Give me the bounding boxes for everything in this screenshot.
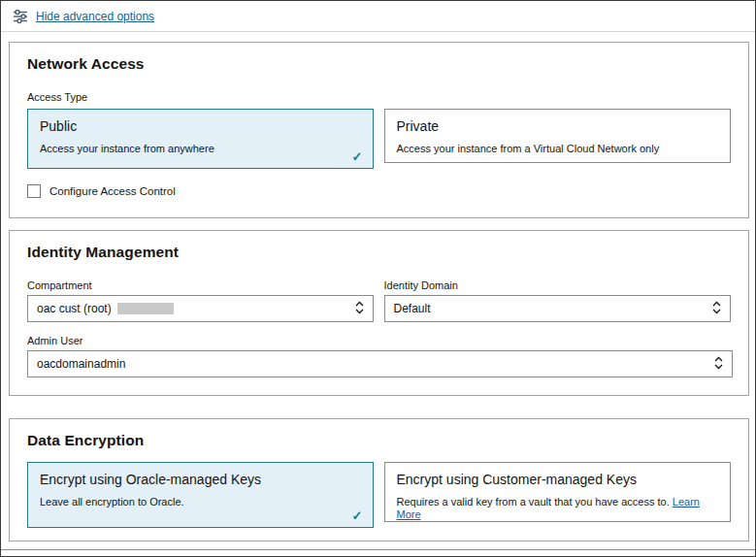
identity-labels-row: Compartment Identity Domain bbox=[27, 279, 731, 291]
selected-check-icon: ✓ bbox=[352, 149, 363, 164]
select-chevrons-icon bbox=[712, 301, 721, 317]
identity-domain-label: Identity Domain bbox=[384, 279, 732, 291]
access-type-public-tile[interactable]: Public Access your instance from anywher… bbox=[27, 109, 374, 169]
tile-title: Encrypt using Oracle-managed Keys bbox=[40, 472, 361, 487]
identity-management-section: Identity Management Compartment Identity… bbox=[9, 230, 749, 396]
identity-management-title: Identity Management bbox=[27, 244, 731, 261]
compartment-value: oac cust (root) bbox=[37, 302, 112, 315]
compartment-label: Compartment bbox=[27, 279, 374, 291]
topbar: Hide advanced options bbox=[13, 8, 154, 25]
encryption-oracle-managed-tile[interactable]: Encrypt using Oracle-managed Keys Leave … bbox=[27, 462, 374, 528]
data-encryption-title: Data Encryption bbox=[27, 432, 731, 449]
admin-user-select[interactable]: oacdomainadmin bbox=[27, 350, 733, 377]
data-encryption-section: Data Encryption Encrypt using Oracle-man… bbox=[9, 418, 749, 541]
tile-title: Public bbox=[40, 118, 361, 134]
access-type-tile-row: Public Access your instance from anywher… bbox=[27, 109, 731, 169]
identity-domain-select[interactable]: Default bbox=[384, 295, 732, 322]
tile-title: Private bbox=[397, 118, 719, 134]
admin-user-value-wrap: oacdomainadmin bbox=[37, 357, 125, 371]
sliders-icon bbox=[13, 9, 28, 24]
tile-description: Leave all encryption to Oracle. bbox=[40, 496, 361, 508]
hide-advanced-options-link[interactable]: Hide advanced options bbox=[36, 10, 154, 23]
bottom-divider bbox=[1, 549, 756, 550]
identity-selects-row: oac cust (root) Default bbox=[27, 295, 731, 322]
tile-description: Access your instance from a Virtual Clou… bbox=[397, 143, 719, 155]
tile-description: Access your instance from anywhere bbox=[40, 143, 361, 155]
access-type-label: Access Type bbox=[27, 91, 731, 103]
identity-domain-value: Default bbox=[394, 302, 431, 315]
tile-title: Encrypt using Customer-managed Keys bbox=[397, 472, 719, 487]
compartment-value-wrap: oac cust (root) bbox=[37, 302, 174, 315]
configure-access-control-checkbox[interactable] bbox=[27, 184, 41, 198]
advanced-options-panel: Hide advanced options Network Access Acc… bbox=[0, 0, 756, 557]
identity-domain-value-wrap: Default bbox=[394, 302, 431, 315]
top-divider bbox=[1, 31, 756, 32]
network-access-section: Network Access Access Type Public Access… bbox=[9, 42, 749, 218]
configure-access-control-row: Configure Access Control bbox=[27, 184, 731, 198]
admin-user-value: oacdomainadmin bbox=[37, 357, 125, 371]
select-chevrons-icon bbox=[714, 356, 723, 373]
compartment-select[interactable]: oac cust (root) bbox=[27, 295, 374, 322]
encryption-tile-row: Encrypt using Oracle-managed Keys Leave … bbox=[27, 462, 731, 528]
tile-description-text: Requires a valid key from a vault that y… bbox=[397, 496, 670, 508]
tile-description: Requires a valid key from a vault that y… bbox=[397, 496, 719, 521]
admin-user-label: Admin User bbox=[27, 335, 731, 346]
encryption-customer-managed-tile[interactable]: Encrypt using Customer-managed Keys Requ… bbox=[384, 462, 732, 522]
selected-check-icon: ✓ bbox=[352, 508, 363, 523]
access-type-private-tile[interactable]: Private Access your instance from a Virt… bbox=[384, 109, 732, 163]
select-chevrons-icon bbox=[355, 301, 364, 317]
network-access-title: Network Access bbox=[27, 55, 731, 73]
redacted-text-block bbox=[117, 303, 174, 314]
configure-access-control-label: Configure Access Control bbox=[49, 185, 176, 197]
